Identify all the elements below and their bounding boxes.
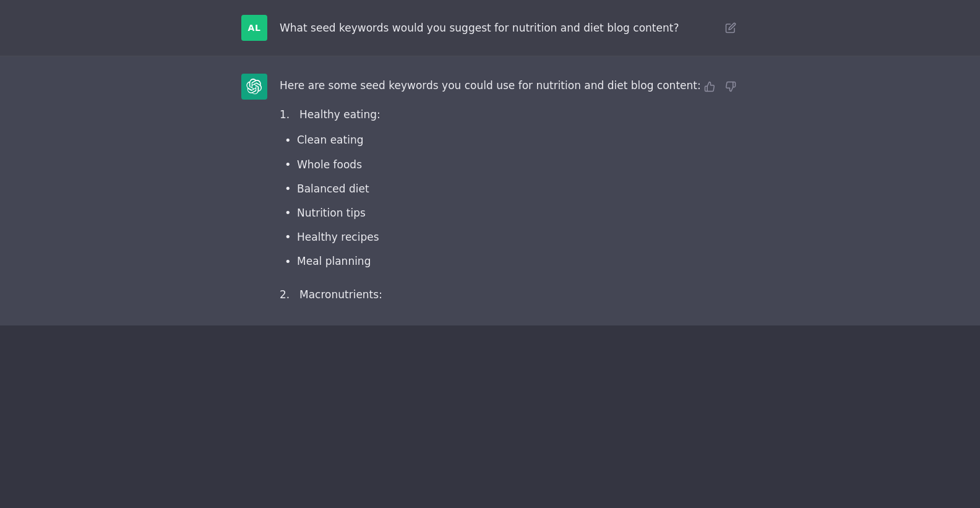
list-item: Whole foods — [280, 153, 739, 177]
user-message-actions — [723, 20, 739, 36]
edit-message-button[interactable] — [723, 20, 739, 36]
section-1-heading-row: 1. Healthy eating: — [280, 106, 739, 123]
user-avatar-initials: AL — [248, 23, 261, 33]
ai-message-row: Here are some seed keywords you could us… — [0, 56, 980, 325]
section-2-heading-row: 2. Macronutrients: — [280, 286, 739, 303]
thumbs-up-button[interactable] — [702, 79, 718, 95]
ai-avatar — [241, 74, 267, 100]
list-item: Nutrition tips — [280, 201, 739, 225]
section-1-bullets: Clean eating Whole foods Balanced diet N… — [280, 128, 739, 273]
user-message-container: AL What seed keywords would you suggest … — [212, 15, 768, 41]
section-2-heading: Macronutrients: — [299, 286, 382, 303]
openai-icon — [246, 79, 262, 95]
list-item: Balanced diet — [280, 177, 739, 201]
list-item: Clean eating — [280, 128, 739, 152]
user-message-text: What seed keywords would you suggest for… — [280, 15, 739, 37]
ai-intro-text: Here are some seed keywords you could us… — [280, 77, 739, 94]
thumbs-down-button[interactable] — [723, 79, 739, 95]
user-avatar: AL — [241, 15, 267, 41]
list-item: Meal planning — [280, 249, 739, 273]
section-2-number: 2. — [280, 286, 294, 303]
list-item: Healthy recipes — [280, 225, 739, 249]
section-1-number: 1. — [280, 106, 294, 123]
thumbs-up-icon — [704, 81, 715, 92]
continuation-row — [0, 325, 980, 360]
ai-content-block: Here are some seed keywords you could us… — [280, 74, 739, 308]
ai-message-container: Here are some seed keywords you could us… — [212, 74, 768, 308]
ai-feedback-actions — [702, 79, 739, 95]
user-message-row: AL What seed keywords would you suggest … — [0, 0, 980, 56]
thumbs-down-icon — [725, 81, 736, 92]
section-1-heading: Healthy eating: — [299, 106, 380, 123]
